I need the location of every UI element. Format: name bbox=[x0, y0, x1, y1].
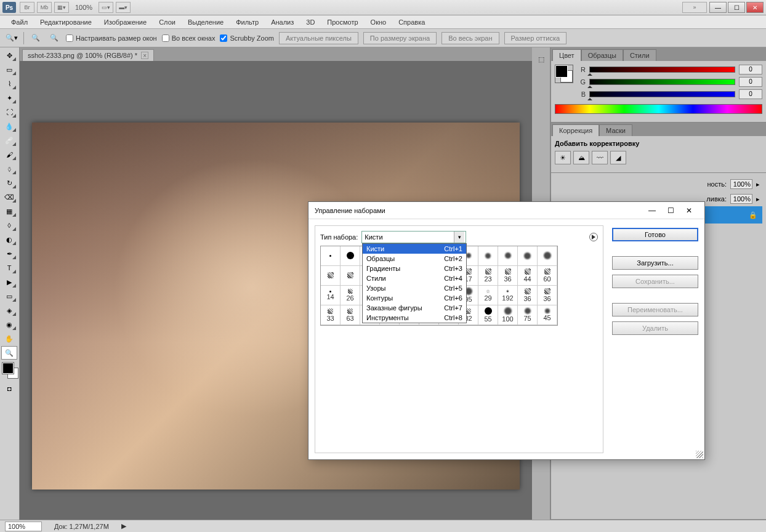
eraser-tool[interactable]: ⌫ bbox=[1, 190, 17, 204]
pen-tool[interactable]: ✒ bbox=[1, 247, 17, 260]
fill-screen-button[interactable]: Во весь экран bbox=[441, 32, 499, 44]
dropdown-item[interactable]: КонтурыCtrl+6 bbox=[363, 293, 466, 303]
status-zoom[interactable]: 100% bbox=[5, 522, 42, 531]
path-select-tool[interactable]: ▶ bbox=[1, 275, 17, 289]
brush-cell[interactable]: 23 bbox=[478, 266, 498, 286]
menu-3d[interactable]: 3D bbox=[300, 17, 321, 28]
stamp-tool[interactable]: ⎀ bbox=[1, 162, 17, 175]
preset-type-select[interactable]: Кисти bbox=[361, 231, 466, 243]
print-size-button[interactable]: Размер оттиска bbox=[504, 32, 567, 44]
brush-cell[interactable]: 36 bbox=[518, 286, 538, 305]
shape-tool[interactable]: ▭ bbox=[1, 289, 17, 303]
brush-tool[interactable]: 🖌 bbox=[1, 148, 17, 161]
menu-filter[interactable]: Фильтр bbox=[230, 17, 265, 28]
scrubby-zoom-checkbox[interactable]: Scrubby Zoom bbox=[220, 34, 274, 42]
fill-input[interactable] bbox=[730, 194, 752, 204]
brush-cell[interactable]: 14 bbox=[321, 286, 341, 305]
3d-tool[interactable]: ◈ bbox=[1, 304, 17, 317]
hue-strip[interactable] bbox=[555, 104, 762, 114]
brightness-icon[interactable]: ☀ bbox=[555, 151, 571, 164]
color-preview[interactable] bbox=[555, 65, 573, 83]
dialog-maximize-icon[interactable]: ☐ bbox=[661, 204, 680, 217]
brush-cell[interactable] bbox=[538, 246, 557, 266]
expand-button[interactable]: » bbox=[682, 2, 707, 13]
flyout-menu-icon[interactable] bbox=[589, 233, 598, 241]
dropdown-item[interactable]: СтилиCtrl+4 bbox=[363, 273, 466, 283]
opacity-input[interactable] bbox=[730, 179, 752, 189]
type-tool[interactable]: T bbox=[1, 261, 17, 275]
dialog-titlebar[interactable]: Управление наборами — ☐ ✕ bbox=[308, 202, 704, 219]
exposure-icon[interactable]: ◢ bbox=[610, 151, 626, 164]
brush-cell[interactable]: 45 bbox=[538, 305, 557, 325]
r-slider[interactable] bbox=[589, 66, 735, 73]
brush-cell[interactable] bbox=[321, 266, 341, 286]
menu-file[interactable]: Файл bbox=[5, 17, 34, 28]
menu-select[interactable]: Выделение bbox=[182, 17, 230, 28]
menu-layer[interactable]: Слои bbox=[153, 17, 182, 28]
status-arrow-icon[interactable]: ▶ bbox=[121, 522, 126, 530]
zoom-level[interactable]: 100% bbox=[75, 4, 92, 11]
brush-cell[interactable]: 26 bbox=[341, 286, 360, 305]
g-value[interactable]: 0 bbox=[739, 77, 762, 87]
minibridge-button[interactable]: Mb bbox=[37, 2, 52, 13]
done-button[interactable]: Готово bbox=[612, 228, 698, 241]
3d-camera-tool[interactable]: ◉ bbox=[1, 318, 17, 331]
quick-select-tool[interactable]: ✦ bbox=[1, 91, 17, 105]
brush-cell[interactable]: 100 bbox=[498, 305, 518, 325]
brush-cell[interactable]: 33 bbox=[321, 305, 341, 325]
healing-tool[interactable]: 🩹 bbox=[1, 134, 17, 147]
tab-masks[interactable]: Маски bbox=[599, 124, 632, 136]
brush-cell[interactable]: 75 bbox=[518, 305, 538, 325]
view-arrange-button[interactable]: ▦▾ bbox=[54, 2, 69, 13]
brush-cell[interactable] bbox=[518, 246, 538, 266]
tool-preset-icon[interactable]: 🔍▾ bbox=[5, 32, 18, 44]
tab-swatches[interactable]: Образцы bbox=[581, 49, 623, 61]
panel-collapse-icon[interactable]: ⬚ bbox=[533, 52, 549, 66]
blur-tool[interactable]: ◊ bbox=[1, 219, 17, 232]
screen-mode-button[interactable]: ▭▾ bbox=[99, 2, 113, 13]
save-button[interactable]: Сохранить... bbox=[612, 275, 698, 288]
menu-window[interactable]: Окно bbox=[365, 17, 393, 28]
menu-analysis[interactable]: Анализ bbox=[265, 17, 300, 28]
brush-cell[interactable]: ☆29 bbox=[478, 286, 498, 305]
load-button[interactable]: Загрузить... bbox=[612, 256, 698, 270]
tab-adjustments[interactable]: Коррекция bbox=[552, 124, 599, 136]
rename-button[interactable]: Переименовать... bbox=[612, 303, 698, 316]
brush-cell[interactable] bbox=[341, 246, 360, 266]
maximize-button[interactable]: ☐ bbox=[728, 2, 745, 13]
brush-cell[interactable]: 36 bbox=[498, 266, 518, 286]
dropdown-item[interactable]: ИнструментыCtrl+8 bbox=[363, 313, 466, 323]
tab-styles[interactable]: Стили bbox=[623, 49, 656, 61]
bridge-button[interactable]: Br bbox=[20, 2, 34, 13]
zoom-tool[interactable]: 🔍 bbox=[1, 346, 17, 360]
resize-windows-checkbox[interactable]: Настраивать размер окон bbox=[66, 34, 157, 42]
menu-image[interactable]: Изображение bbox=[98, 17, 153, 28]
brush-cell[interactable]: 55 bbox=[478, 305, 498, 325]
history-brush-tool[interactable]: ↻ bbox=[1, 176, 17, 190]
brush-cell[interactable]: 36 bbox=[538, 286, 557, 305]
brush-cell[interactable] bbox=[478, 246, 498, 266]
brush-cell[interactable] bbox=[321, 246, 341, 266]
dropdown-item[interactable]: КистиCtrl+1 bbox=[363, 244, 466, 254]
dodge-tool[interactable]: ◐ bbox=[1, 233, 17, 246]
brush-cell[interactable] bbox=[498, 246, 518, 266]
levels-icon[interactable]: ⛰ bbox=[573, 151, 589, 164]
brush-cell[interactable]: 44 bbox=[518, 266, 538, 286]
b-value[interactable]: 0 bbox=[739, 89, 762, 99]
menu-view[interactable]: Просмотр bbox=[321, 17, 364, 28]
close-tab-icon[interactable]: × bbox=[141, 52, 148, 59]
brush-cell[interactable]: 63 bbox=[341, 305, 360, 325]
tab-color[interactable]: Цвет bbox=[552, 49, 581, 61]
foreground-color[interactable] bbox=[2, 363, 14, 374]
layout-button[interactable]: ▬▾ bbox=[116, 2, 131, 13]
crop-tool[interactable]: ⛶ bbox=[1, 105, 17, 119]
dropdown-item[interactable]: ОбразцыCtrl+2 bbox=[363, 254, 466, 264]
lasso-tool[interactable]: ⌇ bbox=[1, 77, 17, 91]
dialog-close-icon[interactable]: ✕ bbox=[680, 204, 698, 217]
color-swatches[interactable] bbox=[1, 363, 18, 381]
document-tab[interactable]: sshot-2333.png @ 100% (RGB/8#) * × bbox=[22, 49, 154, 61]
hand-tool[interactable]: ✋ bbox=[1, 332, 17, 345]
brush-cell[interactable]: ✶192 bbox=[498, 286, 518, 305]
all-windows-checkbox[interactable]: Во всех окнах bbox=[162, 34, 216, 42]
zoom-out-icon[interactable]: 🔍 bbox=[47, 32, 61, 44]
